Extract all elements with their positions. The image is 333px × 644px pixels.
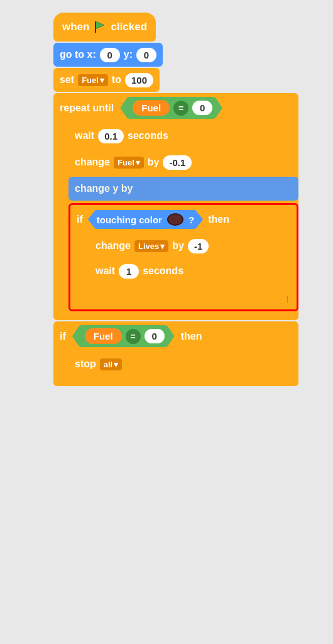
if-label2: if [60,331,66,342]
fuel-dropdown[interactable]: Fuel ▾ [78,74,108,86]
set-fuel-block[interactable]: set Fuel ▾ to 100 [53,68,160,92]
if-fuel-zero-body: stop all ▾ [68,351,298,377]
repeat-until-body: wait 0.1 seconds change Fuel ▾ by -0.1 c… [68,123,298,313]
question-mark: ? [188,214,194,225]
y-value[interactable]: 0 [136,48,156,62]
when-clicked-block[interactable]: when clicked [53,13,156,42]
change-fuel-block[interactable]: change Fuel ▾ by -0.1 [68,150,298,174]
seconds-label: seconds [128,130,168,142]
dropdown-arrow-icon4: ▾ [114,360,118,369]
repeat-until-block[interactable]: repeat until Fuel = 0 wait 0.1 seconds c… [53,93,298,320]
change-label2: change [96,240,131,252]
touching-color-label: touching color [97,214,162,225]
if-block-footer [74,287,293,306]
fuel-var: Fuel [133,100,170,116]
if-touching-red-box: if touching color ? then change Lives ▾ [68,203,298,311]
clicked-label: clicked [111,21,147,33]
stop-all-block[interactable]: stop all ▾ [68,352,298,376]
equals-sign2: = [126,329,141,344]
condition-value: 0 [192,101,212,115]
y-label: y: [124,49,133,60]
svg-marker-0 [96,21,104,29]
when-label: when [62,21,89,33]
change-lives-indent: change Lives ▾ by -1 wait 1 seconds [89,231,293,283]
seconds-label2: seconds [143,265,183,277]
color-swatch[interactable] [167,213,183,226]
wait-01-block[interactable]: wait 0.1 seconds [68,124,298,148]
equals-sign: = [173,101,188,116]
to-label: to [112,74,121,86]
repeat-until-footer [53,313,298,320]
by-label2: by [172,240,184,252]
wait-label: wait [75,130,94,142]
touching-color-block[interactable]: touching color ? [88,210,203,229]
stop-dropdown[interactable]: all ▾ [100,358,122,370]
fuel-zero-var: Fuel [85,328,122,344]
if-fuel-zero-header: if Fuel = 0 then [53,321,298,351]
change-fuel-dropdown[interactable]: Fuel ▾ [114,157,144,169]
dropdown-arrow-icon3: ▾ [160,242,165,251]
change-fuel-value[interactable]: -0.1 [163,155,192,170]
lives-dropdown[interactable]: Lives ▾ [134,240,168,252]
wait-1-block[interactable]: wait 1 seconds [89,259,293,283]
x-value[interactable]: 0 [100,48,120,62]
fuel-zero-value: 0 [145,329,165,343]
if-label: if [77,214,83,225]
wait-01-value[interactable]: 0.1 [98,129,124,143]
flag-icon [93,20,107,34]
set-label: set [60,74,74,86]
then-label2: then [181,331,202,342]
fuel-condition: Fuel = 0 [120,97,222,119]
change-y-label: change y by [75,183,133,194]
scratch-blocks: when clicked go to x: 0 y: 0 set Fuel ▾ … [53,13,298,386]
change-lives-block[interactable]: change Lives ▾ by -1 [89,234,293,258]
repeat-until-label: repeat until [60,103,114,114]
wait-label2: wait [96,265,115,277]
fuel-zero-condition: Fuel = 0 [72,325,175,347]
change-y-partial-block[interactable]: change y by 1 [68,177,298,201]
scroll-up-arrow-icon[interactable]: ↑ [285,292,290,306]
repeat-until-header: repeat until Fuel = 0 [53,93,298,123]
if-fuel-zero-footer [53,377,298,386]
go-to-block[interactable]: go to x: 0 y: 0 [53,43,163,67]
wait-1-value[interactable]: 1 [119,264,139,279]
lives-value[interactable]: -1 [188,239,209,253]
fuel-value[interactable]: 100 [125,73,153,87]
stop-label: stop [75,358,96,370]
if-fuel-zero-block[interactable]: if Fuel = 0 then stop all ▾ [53,321,298,386]
dropdown-arrow-icon2: ▾ [136,158,140,167]
then-label: then [208,214,229,225]
go-to-label: go to x: [60,49,96,60]
by-label: by [148,157,160,168]
if-touching-row: if touching color ? then [74,209,293,230]
dropdown-arrow-icon: ▾ [100,75,104,85]
change-label: change [75,157,110,168]
